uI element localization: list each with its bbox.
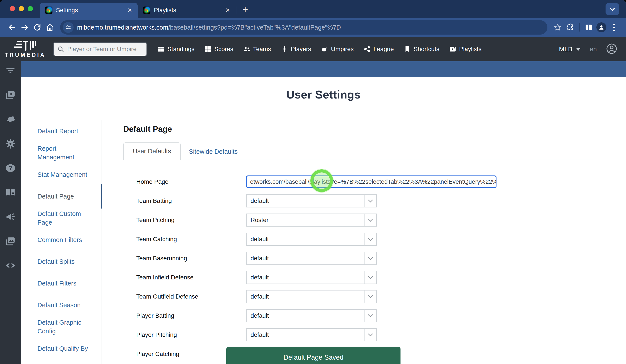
- browser-menu-button[interactable]: [608, 21, 620, 34]
- player-pitching-select[interactable]: default: [246, 328, 377, 341]
- tab-sitewide-defaults[interactable]: Sitewide Defaults: [189, 143, 238, 160]
- menu-item-default-qualify-by[interactable]: Default Qualify By: [38, 338, 101, 360]
- gear-icon[interactable]: [5, 139, 15, 149]
- images-icon[interactable]: [5, 236, 15, 246]
- app-nav-items: Standings Scores Teams Players Umpires L…: [157, 46, 481, 53]
- megaphone-icon[interactable]: [5, 212, 15, 222]
- team-pitching-select[interactable]: Roster: [246, 214, 377, 227]
- nav-item-label: Scores: [214, 46, 233, 53]
- new-tab-button[interactable]: +: [242, 4, 248, 14]
- forward-button[interactable]: [18, 21, 31, 34]
- nav-item-standings[interactable]: Standings: [157, 46, 195, 53]
- reload-button[interactable]: [31, 21, 43, 34]
- menu-item-report-management[interactable]: Report Management: [38, 142, 101, 164]
- league-selector[interactable]: MLB: [559, 45, 581, 53]
- selected-value: default: [247, 310, 364, 322]
- page-title: User Settings: [21, 88, 626, 101]
- menu-item-default-splits[interactable]: Default Splits: [38, 251, 101, 272]
- search-placeholder: Player or Team or Umpire: [67, 46, 136, 53]
- svg-text:?: ?: [9, 165, 12, 171]
- default-page-form: Home Page etworks.com/baseball/playlists…: [123, 172, 594, 364]
- trumedia-logo-glyph: [12, 40, 38, 51]
- code-icon[interactable]: [5, 261, 15, 270]
- profile-button[interactable]: [595, 21, 608, 34]
- settings-menu: Default Report Report Management Stat Ma…: [21, 120, 101, 364]
- team-outfield-defense-select[interactable]: default: [246, 290, 377, 303]
- selected-value: default: [247, 329, 364, 341]
- trumedia-logo[interactable]: TRUMEDIA: [5, 40, 46, 58]
- menu-item-default-graphic-config[interactable]: Default Graphic Config: [38, 316, 101, 338]
- window-zoom-button[interactable]: [28, 6, 33, 11]
- filter-icon[interactable]: [5, 66, 15, 76]
- nav-item-label: Teams: [253, 46, 271, 53]
- nav-item-label: League: [374, 46, 394, 53]
- field-label: Team Catching: [136, 236, 246, 243]
- caret-down-icon: [576, 48, 581, 51]
- chevron-down-icon: [368, 312, 373, 317]
- menu-item-stat-management[interactable]: Stat Management: [38, 164, 101, 186]
- left-icon-sidebar: ?: [0, 61, 21, 364]
- nav-item-umpires[interactable]: Umpires: [321, 46, 353, 53]
- account-circle-icon: [606, 43, 617, 54]
- menu-item-default-filters[interactable]: Default Filters: [38, 272, 101, 294]
- star-icon: [553, 23, 562, 32]
- browser-window: Settings ✕ Playlists ✕ + mlbdemo.t: [0, 0, 626, 364]
- tab-close-icon[interactable]: ✕: [126, 7, 133, 14]
- nav-item-shortcuts[interactable]: Shortcuts: [404, 46, 439, 53]
- account-button[interactable]: [606, 43, 617, 55]
- bookmark-button[interactable]: [551, 21, 564, 34]
- arrow-left-icon: [8, 23, 16, 32]
- search-icon: [57, 46, 64, 53]
- nav-item-players[interactable]: Players: [281, 46, 311, 53]
- chevron-down-icon: [610, 6, 615, 11]
- window-minimize-button[interactable]: [19, 6, 24, 11]
- standings-icon: [157, 46, 164, 53]
- video-playlist-icon[interactable]: [5, 90, 15, 100]
- global-search-input[interactable]: Player or Team or Umpire: [53, 42, 147, 56]
- tab-search-button[interactable]: [606, 3, 619, 15]
- field-label: Team Batting: [136, 198, 246, 204]
- book-icon[interactable]: [5, 187, 15, 198]
- menu-item-default-report[interactable]: Default Report: [38, 120, 101, 142]
- form-row-player-pitching: Player Pitching default: [123, 325, 594, 344]
- menu-item-default-custom-page[interactable]: Default Custom Page: [38, 207, 101, 229]
- player-batting-select[interactable]: default: [246, 309, 377, 322]
- nav-item-league[interactable]: League: [364, 46, 394, 53]
- menu-item-default-season[interactable]: Default Season: [38, 294, 101, 316]
- team-baserunning-select[interactable]: default: [246, 252, 377, 265]
- nav-item-label: Standings: [167, 46, 195, 53]
- kebab-menu-icon: [613, 24, 615, 31]
- home-page-input[interactable]: etworks.com/baseball/playlists?e=%7B%22s…: [246, 175, 497, 188]
- site-favicon: [45, 6, 52, 14]
- menu-item-common-filters[interactable]: Common Filters: [38, 229, 101, 251]
- team-infield-defense-select[interactable]: default: [246, 271, 377, 284]
- browser-tab-playlists[interactable]: Playlists ✕: [138, 3, 236, 18]
- selected-value: default: [247, 233, 364, 245]
- tab-close-icon[interactable]: ✕: [224, 7, 231, 14]
- home-button[interactable]: [43, 21, 56, 34]
- team-batting-select[interactable]: default: [246, 194, 377, 207]
- extensions-button[interactable]: [564, 21, 577, 34]
- site-settings-icon[interactable]: [63, 22, 74, 33]
- selected-value: default: [247, 252, 364, 265]
- window-close-button[interactable]: [10, 6, 15, 11]
- nav-item-playlists[interactable]: Playlists: [449, 46, 481, 53]
- browser-tab-settings[interactable]: Settings ✕: [40, 3, 138, 18]
- team-catching-select[interactable]: default: [246, 233, 377, 246]
- locale-selector[interactable]: en: [590, 46, 597, 53]
- avatar: [596, 22, 606, 33]
- nav-item-teams[interactable]: Teams: [243, 46, 271, 53]
- menu-item-default-page[interactable]: Default Page: [38, 186, 101, 207]
- url-bar[interactable]: mlbdemo.trumedianetworks.com/baseball/se…: [60, 20, 548, 34]
- save-toast: Default Page Saved: [226, 347, 400, 364]
- tag-icon[interactable]: [5, 114, 15, 124]
- browser-tab-strip: Settings ✕ Playlists ✕ +: [0, 0, 626, 18]
- nav-item-label: Playlists: [459, 46, 481, 53]
- page-body: ? User Settings Default Report Report Ma: [0, 61, 626, 364]
- nav-item-scores[interactable]: Scores: [204, 46, 233, 53]
- help-icon[interactable]: ?: [5, 163, 15, 173]
- side-panel-button[interactable]: [583, 21, 595, 34]
- tab-user-defaults[interactable]: User Defaults: [123, 142, 181, 160]
- back-button[interactable]: [6, 21, 18, 34]
- tab-title: Playlists: [154, 7, 221, 14]
